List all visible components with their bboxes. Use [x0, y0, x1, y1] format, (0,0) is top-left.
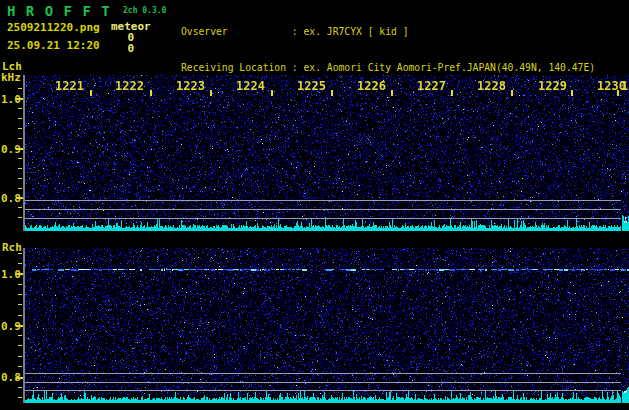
rch-minor-tick: [18, 315, 22, 316]
rch-minor-tick: [18, 294, 22, 295]
lch-minor-tick: [18, 88, 22, 89]
rch-minor-tick: [18, 366, 22, 367]
lch-major-tick: [16, 98, 23, 100]
time-label-1223: 1223: [176, 79, 205, 93]
hrofft-screen: H R O F F T 2ch 0.3.0 2509211220.png met…: [0, 0, 629, 410]
time-label-1226: 1226: [357, 79, 386, 93]
lch-minor-tick: [18, 128, 22, 129]
location-line: Receiving Location : ex. Aomori City Aom…: [181, 62, 624, 74]
rch-spectrogram-canvas: [25, 248, 629, 403]
time-label-1227: 1227: [417, 79, 446, 93]
rch-minor-tick: [18, 397, 22, 398]
lch-minor-tick: [18, 168, 22, 169]
time-label-1228: 1228: [477, 79, 506, 93]
meteor-count-2: 0: [118, 42, 134, 55]
lch-major-tick: [16, 148, 23, 150]
lch-minor-tick: [18, 118, 22, 119]
lch-minor-tick: [18, 108, 22, 109]
lch-minor-tick: [18, 188, 22, 189]
rch-major-tick: [16, 325, 23, 327]
rch-minor-tick: [18, 335, 22, 336]
lch-minor-tick: [18, 138, 22, 139]
lch-minor-tick: [18, 207, 22, 208]
datetime-stamp: 25.09.21 12:20: [7, 39, 100, 52]
lch-minor-tick: [18, 217, 22, 218]
app-title: H R O F F T: [7, 3, 111, 19]
time-label-1222: 1222: [115, 79, 144, 93]
lch-spectrogram-canvas: [25, 75, 629, 231]
rch-minor-tick: [18, 387, 22, 388]
time-label-1225: 1225: [297, 79, 326, 93]
rch-minor-tick: [18, 253, 22, 254]
rch-minor-tick: [18, 304, 22, 305]
app-version: 2ch 0.3.0: [123, 6, 166, 15]
rch-minor-tick: [18, 263, 22, 264]
rch-minor-tick: [18, 356, 22, 357]
rch-major-tick: [16, 377, 23, 379]
time-label-partial: 10: [621, 79, 629, 93]
rch-major-tick: [16, 273, 23, 275]
lch-major-tick: [16, 197, 23, 199]
time-label-1221: 1221: [55, 79, 84, 93]
time-label-1224: 1224: [236, 79, 265, 93]
time-label-1229: 1229: [538, 79, 567, 93]
lch-unit-label: kHz: [1, 71, 21, 84]
lch-minor-tick: [18, 178, 22, 179]
observer-line: Ovserver : ex. JR7CYX [ kid ]: [181, 26, 624, 38]
rch-minor-tick: [18, 284, 22, 285]
lch-minor-tick: [18, 158, 22, 159]
output-filename: 2509211220.png: [7, 21, 100, 34]
rch-minor-tick: [18, 345, 22, 346]
